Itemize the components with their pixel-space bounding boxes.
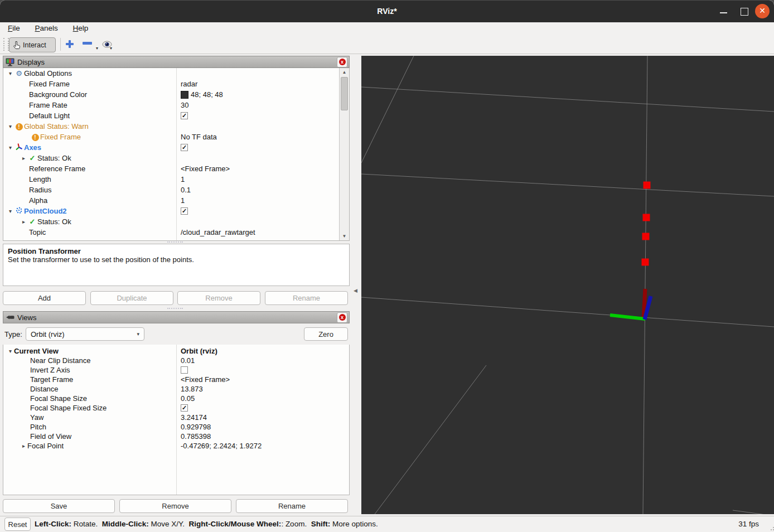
checkbox-checked[interactable]: ✓ — [181, 207, 188, 215]
remove-display-button[interactable]: Remove — [177, 291, 260, 305]
splitter-collapse-left-icon[interactable]: ◀ — [354, 288, 357, 293]
tree-row-global-options[interactable]: ▾ ⚙ Global Options — [3, 68, 349, 79]
add-button[interactable]: Add — [3, 291, 86, 305]
property-value[interactable]: No TF data — [181, 133, 217, 141]
tree-row-distance[interactable]: Distance 13.873 — [3, 384, 349, 394]
checkbox-unchecked[interactable] — [181, 366, 188, 374]
menu-help[interactable]: Help — [68, 22, 94, 34]
tree-row-radius[interactable]: Radius 0.1 — [3, 185, 349, 195]
fps-counter: 31 fps — [738, 520, 759, 528]
menu-panels[interactable]: Panels — [30, 22, 63, 34]
minimize-button[interactable] — [720, 7, 727, 13]
tree-row-alpha[interactable]: Alpha 1 — [3, 195, 349, 206]
property-value[interactable]: 0.929798 — [181, 423, 211, 431]
views-panel-header[interactable]: Views x — [3, 311, 350, 323]
tree-row-focal-shape-size[interactable]: Focal Shape Size 0.05 — [3, 394, 349, 403]
tool-dropdown-caret-icon[interactable]: ▾ — [96, 46, 98, 51]
maximize-button[interactable] — [741, 8, 748, 16]
expander-open-icon[interactable]: ▾ — [7, 144, 14, 151]
tree-row-focal-shape-fixed[interactable]: Focal Shape Fixed Size ✓ — [3, 403, 349, 413]
tree-row-background-color[interactable]: Background Color 48; 48; 48 — [3, 89, 349, 100]
tree-row-invert-z[interactable]: Invert Z Axis — [3, 365, 349, 375]
tree-row-pointcloud2[interactable]: ▾ PointCloud2 ✓ — [3, 206, 349, 216]
menu-bar: File Panels Help — [0, 22, 774, 35]
checkbox-checked[interactable]: ✓ — [181, 404, 188, 412]
save-view-button[interactable]: Save — [3, 499, 115, 513]
tree-row-yaw[interactable]: Yaw 3.24174 — [3, 413, 349, 422]
property-value: Orbit (rviz) — [181, 347, 217, 355]
checkbox-checked[interactable]: ✓ — [181, 112, 188, 119]
tree-row-reference-frame[interactable]: Reference Frame <Fixed Frame> — [3, 163, 349, 174]
tree-row-axes[interactable]: ▾ Axes ✓ — [3, 142, 349, 153]
property-value[interactable]: 30 — [181, 101, 188, 109]
menu-file[interactable]: File — [3, 22, 25, 34]
property-value[interactable]: <Fixed Frame> — [181, 375, 230, 384]
rename-display-button[interactable]: Rename — [265, 291, 348, 305]
views-close-button[interactable]: x — [337, 312, 347, 323]
tree-row-near-clip[interactable]: Near Clip Distance 0.01 — [3, 356, 349, 365]
property-value[interactable]: 0.1 — [181, 186, 191, 194]
expander-closed-icon[interactable]: ▸ — [20, 219, 27, 225]
tree-row-fov[interactable]: Field of View 0.785398 — [3, 432, 349, 441]
interact-tool-button[interactable]: Interact — [9, 37, 56, 52]
property-value[interactable]: 0.01 — [181, 356, 195, 365]
expander-open-icon[interactable]: ▾ — [7, 208, 14, 214]
toolbar-drag-handle[interactable] — [3, 38, 9, 51]
property-value[interactable]: /cloud_radar_rawtarget — [181, 228, 255, 236]
color-swatch — [181, 91, 188, 99]
zero-button[interactable]: Zero — [304, 327, 348, 341]
displays-close-button[interactable]: x — [337, 57, 347, 67]
resize-grip[interactable] — [771, 529, 772, 530]
property-value[interactable]: 3.24174 — [181, 413, 207, 422]
close-button[interactable]: ✕ — [755, 4, 770, 18]
property-value[interactable]: 0.05 — [181, 394, 195, 403]
tree-row-fixed-frame[interactable]: Fixed Frame radar — [3, 79, 349, 89]
interact-tool-label: Interact — [23, 41, 46, 49]
tree-row-length[interactable]: Length 1 — [3, 174, 349, 185]
tool-dropdown-caret-icon[interactable]: ▾ — [110, 46, 112, 51]
mouse-help-text: Left-Click: Rotate. Middle-Click: Move X… — [35, 520, 378, 528]
tree-row-global-status[interactable]: ▾ ! Global Status: Warn — [3, 121, 349, 132]
scroll-up-icon[interactable]: ▲ — [340, 68, 349, 76]
tree-row-current-view[interactable]: ▾ Current View Orbit (rviz) — [3, 346, 349, 356]
tree-row-target-frame[interactable]: Target Frame <Fixed Frame> — [3, 375, 349, 384]
tree-row-fixed-frame-warn[interactable]: ! Fixed Frame No TF data — [3, 132, 349, 142]
vertical-scrollbar[interactable]: ▲ ▼ — [339, 68, 349, 240]
tree-row-pointcloud-status[interactable]: ▸ ✓ Status: Ok — [3, 216, 349, 227]
property-value[interactable]: 1 — [181, 175, 185, 183]
tree-row-focal-point[interactable]: ▸ Focal Point -0.47269; 2.2424; 1.9272 — [3, 441, 349, 451]
splitter-handle[interactable] — [167, 308, 183, 311]
checkbox-checked[interactable]: ✓ — [181, 144, 188, 151]
expander-open-icon[interactable]: ▾ — [7, 348, 14, 354]
property-value[interactable]: -0.47269; 2.2424; 1.9272 — [181, 442, 262, 450]
zoom-out-tool-icon[interactable] — [83, 42, 92, 45]
scrollbar-thumb[interactable] — [341, 77, 348, 110]
expander-closed-icon[interactable]: ▸ — [20, 155, 27, 161]
tree-row-frame-rate[interactable]: Frame Rate 30 — [3, 100, 349, 110]
gear-icon: ⚙ — [14, 69, 24, 78]
title-bar[interactable]: RViz* ✕ — [0, 0, 774, 22]
displays-panel-header[interactable]: Displays x — [3, 56, 350, 68]
tree-row-pitch[interactable]: Pitch 0.929798 — [3, 422, 349, 432]
remove-view-button[interactable]: Remove — [119, 499, 231, 513]
scroll-down-icon[interactable]: ▼ — [340, 232, 349, 240]
viewport-canvas[interactable] — [361, 56, 774, 514]
panel-close-icon: x — [339, 314, 346, 321]
rename-view-button[interactable]: Rename — [236, 499, 348, 513]
property-value[interactable]: radar — [181, 80, 197, 88]
duplicate-button[interactable]: Duplicate — [90, 291, 173, 305]
expander-open-icon[interactable]: ▾ — [7, 70, 14, 76]
tree-row-default-light[interactable]: Default Light ✓ — [3, 110, 349, 121]
property-value[interactable]: 0.785398 — [181, 432, 211, 441]
tree-row-topic[interactable]: Topic /cloud_radar_rawtarget — [3, 227, 349, 238]
expander-open-icon[interactable]: ▾ — [7, 123, 14, 129]
reset-button[interactable]: Reset — [4, 518, 31, 531]
toolbar-separator — [60, 38, 61, 51]
expander-closed-icon[interactable]: ▸ — [20, 443, 27, 449]
view-type-dropdown[interactable]: Orbit (rviz) ▾ — [26, 327, 144, 341]
property-value[interactable]: 1 — [181, 196, 185, 205]
tree-row-axes-status[interactable]: ▸ ✓ Status: Ok — [3, 153, 349, 163]
zoom-in-tool-icon[interactable] — [65, 40, 74, 49]
property-value[interactable]: <Fixed Frame> — [181, 165, 230, 173]
property-value[interactable]: 13.873 — [181, 385, 203, 393]
